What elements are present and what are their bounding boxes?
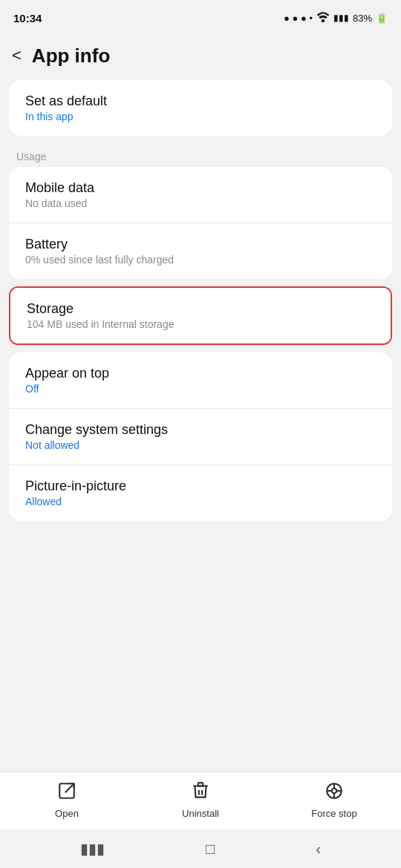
status-time: 10:34 [13, 12, 42, 24]
set-default-card: Set as default In this app [9, 80, 392, 136]
back-button[interactable]: < [9, 43, 25, 68]
storage-card[interactable]: Storage 104 MB used in Internal storage [9, 286, 392, 345]
status-right: ● ● ● • ▮▮▮ 83% 🔋 [284, 12, 388, 24]
open-button[interactable]: Open [33, 781, 100, 819]
change-system-settings-item[interactable]: Change system settings Not allowed [9, 409, 392, 465]
storage-subtitle: 104 MB used in Internal storage [27, 318, 374, 330]
set-default-subtitle: In this app [25, 111, 376, 122]
battery-title: Battery [25, 237, 376, 252]
bottom-action-bar: Open Uninstall Force stop [0, 772, 401, 829]
force-stop-label: Force stop [311, 808, 356, 819]
svg-line-1 [65, 783, 74, 792]
picture-in-picture-item[interactable]: Picture-in-picture Allowed [9, 465, 392, 521]
svg-point-4 [332, 789, 337, 794]
appear-on-top-item[interactable]: Appear on top Off [9, 352, 392, 409]
storage-item[interactable]: Storage 104 MB used in Internal storage [10, 288, 391, 343]
usage-card: Mobile data No data used Battery 0% used… [9, 167, 392, 279]
nav-bar: ▮▮▮ □ ‹ [0, 829, 401, 868]
wifi-icon [316, 12, 330, 24]
appear-on-top-title: Appear on top [25, 366, 376, 381]
back-nav-icon[interactable]: ‹ [316, 841, 321, 858]
recent-apps-icon[interactable]: ▮▮▮ [80, 840, 105, 858]
uninstall-button[interactable]: Uninstall [167, 781, 234, 819]
signal-icon: ▮▮▮ [333, 13, 349, 23]
force-stop-button[interactable]: Force stop [301, 781, 368, 819]
battery-percent: 83% [353, 13, 372, 24]
picture-in-picture-title: Picture-in-picture [25, 479, 376, 494]
set-default-item[interactable]: Set as default In this app [9, 80, 392, 136]
status-bar: 10:34 ● ● ● • ▮▮▮ 83% 🔋 [0, 0, 401, 33]
open-label: Open [55, 808, 79, 819]
mobile-data-title: Mobile data [25, 180, 376, 196]
mobile-data-subtitle: No data used [25, 197, 376, 209]
section-label-usage: Usage [0, 143, 401, 167]
set-default-title: Set as default [25, 93, 376, 109]
battery-icon: 🔋 [376, 13, 388, 24]
change-system-settings-title: Change system settings [25, 422, 376, 438]
svg-rect-2 [198, 783, 203, 786]
storage-title: Storage [27, 301, 374, 317]
mobile-data-item[interactable]: Mobile data No data used [9, 167, 392, 223]
home-icon[interactable]: □ [206, 841, 215, 858]
battery-subtitle: 0% used since last fully charged [25, 254, 376, 266]
appear-on-top-subtitle: Off [25, 383, 376, 395]
notification-icons: ● ● ● • [284, 13, 313, 24]
force-stop-icon [325, 781, 344, 803]
uninstall-icon [191, 781, 210, 803]
change-system-settings-subtitle: Not allowed [25, 439, 376, 451]
open-icon [57, 781, 76, 803]
uninstall-label: Uninstall [182, 808, 219, 819]
page-title: App info [32, 45, 110, 68]
header: < App info [0, 33, 401, 80]
battery-item[interactable]: Battery 0% used since last fully charged [9, 223, 392, 279]
permissions-card: Appear on top Off Change system settings… [9, 352, 392, 521]
picture-in-picture-subtitle: Allowed [25, 496, 376, 507]
